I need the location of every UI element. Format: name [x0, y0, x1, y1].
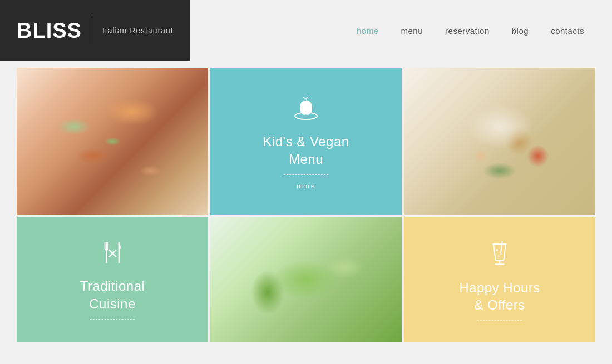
- tile-divider: [284, 174, 328, 175]
- main-grid: Kid's & VeganMenu more TraditionalCuisi: [0, 61, 612, 349]
- header: BLISS Italian Restaurant home menu reser…: [0, 0, 612, 61]
- tile-traditional[interactable]: TraditionalCuisine: [17, 217, 208, 342]
- logo-subtitle: Italian Restaurant: [102, 26, 174, 36]
- logo-block: BLISS Italian Restaurant: [0, 0, 190, 61]
- apple-icon: [292, 93, 320, 126]
- tile-happy-hours[interactable]: Happy Hours& Offers: [404, 217, 595, 342]
- cutlery-icon: [100, 240, 125, 271]
- tile-kids-vegan-title: Kid's & VeganMenu: [263, 133, 349, 167]
- svg-line-10: [501, 241, 502, 253]
- tile-traditional-divider: [90, 319, 135, 320]
- food-image-herbs: [210, 217, 402, 342]
- logo-divider: [92, 17, 92, 44]
- food-image-salmon: [17, 68, 208, 215]
- main-nav: home menu reservation blog contacts: [190, 0, 612, 61]
- tile-happy-hours-divider: [477, 320, 522, 321]
- nav-item-reservation[interactable]: reservation: [445, 26, 490, 36]
- tile-happy-hours-title: Happy Hours& Offers: [459, 279, 540, 313]
- nav-item-contacts[interactable]: contacts: [551, 26, 584, 36]
- svg-point-11: [496, 249, 499, 251]
- drink-icon: [488, 239, 511, 272]
- food-image-seafood: [404, 68, 595, 215]
- tile-traditional-title: TraditionalCuisine: [80, 277, 145, 312]
- svg-point-13: [498, 255, 500, 257]
- nav-item-home[interactable]: home: [357, 26, 379, 36]
- nav-item-blog[interactable]: blog: [512, 26, 529, 36]
- svg-point-12: [500, 253, 501, 255]
- tile-kids-vegan[interactable]: Kid's & VeganMenu more: [210, 68, 402, 215]
- tile-more-link[interactable]: more: [297, 182, 315, 190]
- nav-item-menu[interactable]: menu: [401, 26, 423, 36]
- logo-title: BLISS: [17, 19, 82, 43]
